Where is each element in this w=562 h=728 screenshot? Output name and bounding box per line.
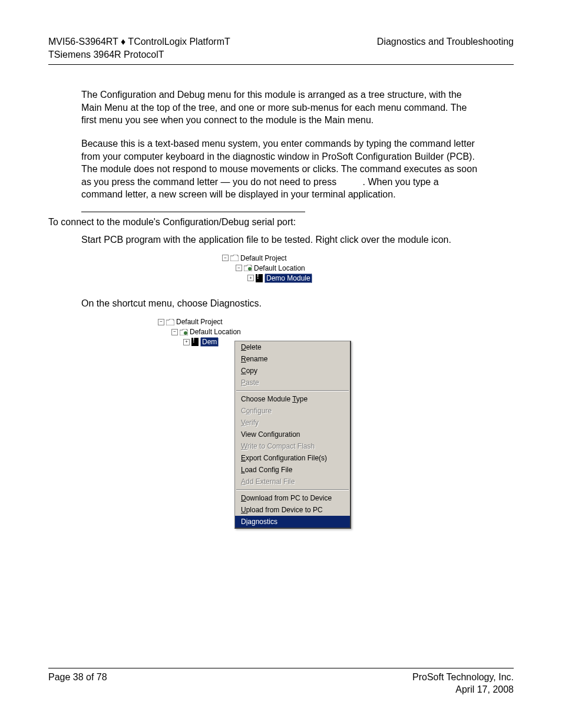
menu-item-copy-tail: opy (246, 367, 257, 375)
tree2-location-row[interactable]: Default Location (158, 327, 481, 337)
menu-item-diagnostics[interactable]: Diagnostics (235, 516, 350, 528)
tree1-module-row[interactable]: Demo Module (222, 273, 340, 283)
paragraph-text-menu-gap (339, 177, 361, 187)
step-2: On the shortcut menu, choose Diagnostics… (81, 297, 481, 310)
expand-icon[interactable] (183, 339, 190, 345)
header-left-line2: TSiemens 3964R ProtocolT (48, 48, 230, 61)
folder-globe-icon (244, 265, 252, 271)
menu-item-copy[interactable]: Copy (235, 365, 350, 377)
paragraph-text-menu: Because this is a text-based menu system… (81, 137, 481, 201)
menu-item-paste-tail: aste (246, 378, 259, 387)
footer-right: ProSoft Technology, Inc. April 17, 2008 (412, 671, 514, 696)
tree1-location-row[interactable]: Default Location (222, 263, 340, 273)
tree1-project-label: Default Project (240, 254, 287, 262)
menu-item-delete-tail: elete (246, 343, 262, 351)
menu-item-load-cfg[interactable]: Load Config File (235, 464, 350, 476)
collapse-icon[interactable] (222, 255, 229, 261)
footer-left: Page 38 of 78 (48, 671, 107, 696)
step-1: Start PCB program with the application f… (81, 233, 481, 246)
tree1-project-row[interactable]: Default Project (222, 253, 340, 263)
footer-right-line2: April 17, 2008 (412, 683, 514, 696)
menu-item-upload[interactable]: Upload from Device to PC (235, 504, 350, 516)
menu-item-add-ext: Add External File (235, 476, 350, 487)
tree2-project-label: Default Project (176, 318, 223, 326)
menu-item-rename-tail: ename (246, 355, 268, 363)
tree1-location-label: Default Location (254, 264, 305, 272)
menu-item-view-config[interactable]: View Configuration (235, 429, 350, 440)
tree1-module-label: Demo Module (265, 274, 312, 283)
menu-separator (236, 489, 349, 490)
tree2-project-row[interactable]: Default Project (158, 317, 481, 327)
menu-item-choose-type[interactable]: Choose Module Type (235, 393, 350, 405)
paragraph-intro: The Configuration and Debug menu for thi… (81, 88, 481, 127)
menu-item-write-cf: Write to Compact Flash (235, 440, 350, 452)
tree2-module-label: Dem (200, 337, 219, 347)
expand-icon[interactable] (247, 275, 254, 281)
footer-right-line1: ProSoft Technology, Inc. (412, 671, 514, 684)
menu-item-rename[interactable]: Rename (235, 353, 350, 365)
tree2-location-label: Default Location (190, 328, 241, 336)
content-area: The Configuration and Debug menu for thi… (81, 88, 481, 541)
menu-item-paste: Paste (235, 377, 350, 388)
collapse-icon[interactable] (171, 329, 178, 335)
menu-item-delete[interactable]: Delete (235, 341, 350, 353)
tree-view-2-with-menu: Default Project Default Location Dem Del… (158, 317, 481, 541)
module-alert-icon (256, 274, 263, 282)
menu-item-verify: Verify (235, 417, 350, 429)
connect-instruction: To connect to the module's Configuration… (48, 216, 481, 229)
menu-item-download[interactable]: Download from PC to Device (235, 492, 350, 504)
page-footer: Page 38 of 78 ProSoft Technology, Inc. A… (48, 668, 514, 696)
module-alert-icon (191, 338, 199, 346)
context-menu: Delete Rename Copy Paste Choose Module T… (234, 341, 351, 529)
collapse-icon[interactable] (236, 265, 242, 271)
menu-item-export-cfg[interactable]: Export Configuration File(s) (235, 452, 350, 464)
header-right: Diagnostics and Troubleshooting (377, 35, 514, 61)
folder-globe-icon (180, 329, 188, 335)
header-left: MVI56-S3964RT ♦ TControlLogix PlatformT … (48, 35, 230, 61)
header-left-line1: MVI56-S3964RT ♦ TControlLogix PlatformT (48, 35, 230, 48)
tree-view-1: Default Project Default Location Demo Mo… (222, 253, 340, 283)
menu-separator (236, 390, 349, 391)
svg-point-1 (184, 331, 187, 335)
folder-icon (166, 319, 174, 325)
page-header: MVI56-S3964RT ♦ TControlLogix PlatformT … (48, 35, 514, 65)
collapse-icon[interactable] (158, 319, 164, 325)
section-divider (81, 212, 305, 212)
menu-item-configure: Configure (235, 405, 350, 417)
manual-page: MVI56-S3964RT ♦ TControlLogix PlatformT … (0, 0, 562, 728)
svg-point-0 (248, 267, 252, 271)
folder-icon (230, 255, 239, 261)
